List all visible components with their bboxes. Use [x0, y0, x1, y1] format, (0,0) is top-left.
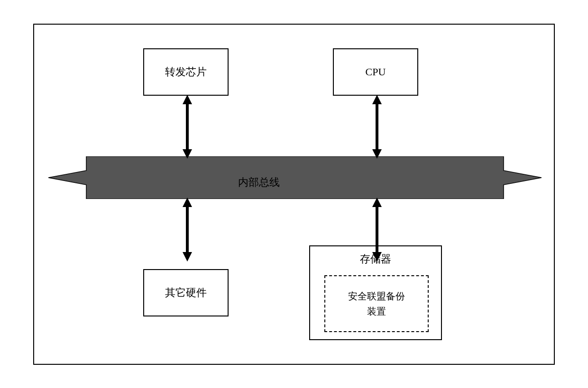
svg-marker-1 — [183, 95, 192, 104]
bus-arrow — [48, 156, 542, 199]
svg-rect-5 — [376, 103, 378, 150]
svg-rect-8 — [186, 206, 189, 253]
svg-marker-12 — [372, 252, 382, 262]
qita-label: 其它硬件 — [165, 286, 207, 300]
cpu-label: CPU — [366, 66, 386, 78]
arrow-zhuanfa-bus — [180, 95, 194, 159]
svg-marker-4 — [372, 95, 382, 104]
svg-rect-11 — [376, 206, 378, 253]
box-zhuanfa: 转发芯片 — [143, 48, 229, 96]
svg-marker-7 — [183, 198, 192, 207]
svg-marker-3 — [183, 149, 192, 159]
diagram-container: 内部总线 转发芯片 CPU 其它硬件 存储器 安全联盟备份装置 — [33, 24, 555, 365]
svg-marker-9 — [183, 252, 192, 262]
svg-rect-2 — [186, 103, 189, 150]
svg-marker-10 — [372, 198, 382, 207]
storage-inner-label: 安全联盟备份装置 — [348, 289, 405, 319]
zhuanfa-label: 转发芯片 — [165, 65, 207, 79]
svg-marker-6 — [372, 149, 382, 159]
arrow-bus-qita — [180, 198, 194, 262]
svg-marker-0 — [48, 156, 542, 199]
box-qita: 其它硬件 — [143, 269, 229, 316]
box-storage-inner: 安全联盟备份装置 — [324, 275, 429, 332]
arrow-cpu-bus — [370, 95, 384, 159]
box-cpu: CPU — [333, 48, 418, 96]
bus-label: 内部总线 — [238, 175, 280, 189]
arrow-bus-storage — [370, 198, 384, 262]
